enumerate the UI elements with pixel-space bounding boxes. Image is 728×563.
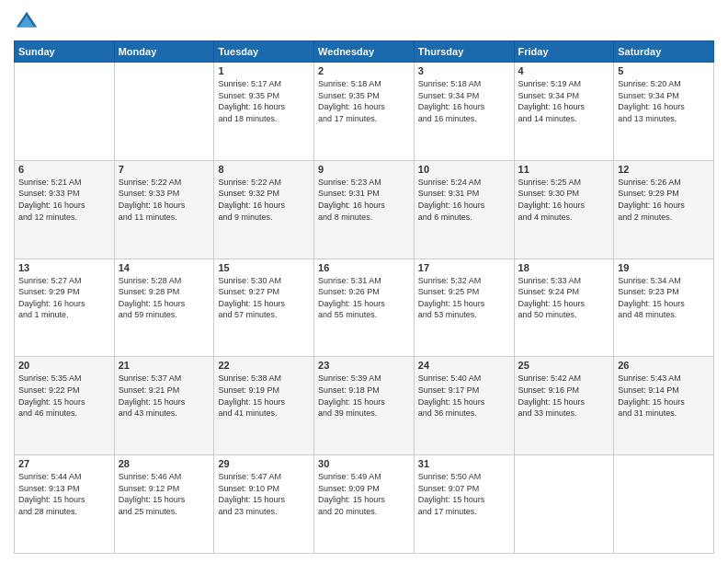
- weekday-header-tuesday: Tuesday: [214, 41, 314, 63]
- day-number: 22: [218, 360, 310, 371]
- calendar-cell: 24Sunrise: 5:40 AM Sunset: 9:17 PM Dayli…: [414, 357, 514, 455]
- calendar-cell: 13Sunrise: 5:27 AM Sunset: 9:29 PM Dayli…: [15, 259, 115, 357]
- calendar-cell: 28Sunrise: 5:46 AM Sunset: 9:12 PM Dayli…: [114, 455, 214, 554]
- cell-text: Sunrise: 5:33 AM Sunset: 9:24 PM Dayligh…: [518, 275, 610, 321]
- cell-text: Sunrise: 5:32 AM Sunset: 9:25 PM Dayligh…: [418, 275, 510, 321]
- day-number: 31: [418, 458, 510, 469]
- day-number: 10: [418, 164, 510, 175]
- cell-text: Sunrise: 5:38 AM Sunset: 9:19 PM Dayligh…: [218, 373, 310, 419]
- weekday-header-wednesday: Wednesday: [314, 41, 415, 63]
- calendar-cell: 21Sunrise: 5:37 AM Sunset: 9:21 PM Dayli…: [114, 357, 214, 455]
- cell-text: Sunrise: 5:18 AM Sunset: 9:35 PM Dayligh…: [318, 78, 410, 124]
- logo: [14, 9, 43, 35]
- cell-text: Sunrise: 5:19 AM Sunset: 9:34 PM Dayligh…: [518, 78, 610, 124]
- cell-text: Sunrise: 5:39 AM Sunset: 9:18 PM Dayligh…: [318, 373, 410, 419]
- calendar-cell: 25Sunrise: 5:42 AM Sunset: 9:16 PM Dayli…: [514, 357, 614, 455]
- day-number: 19: [618, 262, 710, 273]
- calendar-cell: [15, 63, 115, 161]
- cell-text: Sunrise: 5:20 AM Sunset: 9:34 PM Dayligh…: [618, 78, 710, 124]
- cell-text: Sunrise: 5:43 AM Sunset: 9:14 PM Dayligh…: [618, 373, 710, 419]
- day-number: 24: [418, 360, 510, 371]
- day-number: 12: [618, 164, 710, 175]
- calendar-cell: 3Sunrise: 5:18 AM Sunset: 9:34 PM Daylig…: [414, 63, 514, 161]
- calendar-cell: 2Sunrise: 5:18 AM Sunset: 9:35 PM Daylig…: [314, 63, 415, 161]
- cell-text: Sunrise: 5:50 AM Sunset: 9:07 PM Dayligh…: [418, 471, 510, 517]
- cell-text: Sunrise: 5:24 AM Sunset: 9:31 PM Dayligh…: [418, 177, 510, 223]
- calendar-cell: 31Sunrise: 5:50 AM Sunset: 9:07 PM Dayli…: [414, 455, 514, 554]
- day-number: 18: [518, 262, 610, 273]
- cell-text: Sunrise: 5:35 AM Sunset: 9:22 PM Dayligh…: [18, 373, 110, 419]
- calendar-cell: 9Sunrise: 5:23 AM Sunset: 9:31 PM Daylig…: [314, 160, 415, 259]
- calendar-cell: 18Sunrise: 5:33 AM Sunset: 9:24 PM Dayli…: [514, 259, 614, 357]
- day-number: 7: [119, 164, 210, 175]
- calendar-cell: 8Sunrise: 5:22 AM Sunset: 9:32 PM Daylig…: [214, 160, 314, 259]
- day-number: 20: [18, 360, 110, 371]
- day-number: 17: [418, 262, 510, 273]
- calendar-cell: 12Sunrise: 5:26 AM Sunset: 9:29 PM Dayli…: [614, 160, 714, 259]
- day-number: 11: [518, 164, 610, 175]
- cell-text: Sunrise: 5:44 AM Sunset: 9:13 PM Dayligh…: [18, 471, 110, 517]
- weekday-header-thursday: Thursday: [414, 41, 514, 63]
- calendar-cell: 5Sunrise: 5:20 AM Sunset: 9:34 PM Daylig…: [614, 63, 714, 161]
- logo-icon: [14, 9, 40, 35]
- day-number: 23: [318, 360, 410, 371]
- cell-text: Sunrise: 5:31 AM Sunset: 9:26 PM Dayligh…: [318, 275, 410, 321]
- day-number: 5: [618, 65, 710, 76]
- weekday-header-sunday: Sunday: [15, 41, 115, 63]
- weekday-header-monday: Monday: [114, 41, 214, 63]
- day-number: 16: [318, 262, 410, 273]
- calendar-week-0: 1Sunrise: 5:17 AM Sunset: 9:35 PM Daylig…: [15, 63, 714, 161]
- cell-text: Sunrise: 5:49 AM Sunset: 9:09 PM Dayligh…: [318, 471, 410, 517]
- calendar-cell: 4Sunrise: 5:19 AM Sunset: 9:34 PM Daylig…: [514, 63, 614, 161]
- cell-text: Sunrise: 5:47 AM Sunset: 9:10 PM Dayligh…: [218, 471, 310, 517]
- day-number: 6: [18, 164, 110, 175]
- calendar-cell: [614, 455, 714, 554]
- day-number: 13: [18, 262, 110, 273]
- calendar-week-2: 13Sunrise: 5:27 AM Sunset: 9:29 PM Dayli…: [15, 259, 714, 357]
- calendar-cell: 11Sunrise: 5:25 AM Sunset: 9:30 PM Dayli…: [514, 160, 614, 259]
- calendar-week-3: 20Sunrise: 5:35 AM Sunset: 9:22 PM Dayli…: [15, 357, 714, 455]
- calendar-cell: 14Sunrise: 5:28 AM Sunset: 9:28 PM Dayli…: [114, 259, 214, 357]
- day-number: 4: [518, 65, 610, 76]
- calendar-table: SundayMondayTuesdayWednesdayThursdayFrid…: [14, 40, 714, 554]
- header: [14, 9, 714, 35]
- calendar-cell: [514, 455, 614, 554]
- calendar-week-1: 6Sunrise: 5:21 AM Sunset: 9:33 PM Daylig…: [15, 160, 714, 259]
- cell-text: Sunrise: 5:21 AM Sunset: 9:33 PM Dayligh…: [18, 177, 110, 223]
- weekday-header-row: SundayMondayTuesdayWednesdayThursdayFrid…: [15, 41, 714, 63]
- weekday-header-saturday: Saturday: [614, 41, 714, 63]
- cell-text: Sunrise: 5:17 AM Sunset: 9:35 PM Dayligh…: [218, 78, 310, 124]
- calendar-week-4: 27Sunrise: 5:44 AM Sunset: 9:13 PM Dayli…: [15, 455, 714, 554]
- calendar-cell: 16Sunrise: 5:31 AM Sunset: 9:26 PM Dayli…: [314, 259, 415, 357]
- calendar-cell: 10Sunrise: 5:24 AM Sunset: 9:31 PM Dayli…: [414, 160, 514, 259]
- cell-text: Sunrise: 5:30 AM Sunset: 9:27 PM Dayligh…: [218, 275, 310, 321]
- calendar-cell: 7Sunrise: 5:22 AM Sunset: 9:33 PM Daylig…: [114, 160, 214, 259]
- day-number: 9: [318, 164, 410, 175]
- cell-text: Sunrise: 5:22 AM Sunset: 9:32 PM Dayligh…: [218, 177, 310, 223]
- day-number: 30: [318, 458, 410, 469]
- day-number: 27: [18, 458, 110, 469]
- cell-text: Sunrise: 5:28 AM Sunset: 9:28 PM Dayligh…: [119, 275, 210, 321]
- weekday-header-friday: Friday: [514, 41, 614, 63]
- cell-text: Sunrise: 5:23 AM Sunset: 9:31 PM Dayligh…: [318, 177, 410, 223]
- calendar-cell: 15Sunrise: 5:30 AM Sunset: 9:27 PM Dayli…: [214, 259, 314, 357]
- day-number: 14: [119, 262, 210, 273]
- day-number: 3: [418, 65, 510, 76]
- calendar-cell: 1Sunrise: 5:17 AM Sunset: 9:35 PM Daylig…: [214, 63, 314, 161]
- calendar-cell: 23Sunrise: 5:39 AM Sunset: 9:18 PM Dayli…: [314, 357, 415, 455]
- day-number: 28: [119, 458, 210, 469]
- cell-text: Sunrise: 5:27 AM Sunset: 9:29 PM Dayligh…: [18, 275, 110, 321]
- calendar-cell: 27Sunrise: 5:44 AM Sunset: 9:13 PM Dayli…: [15, 455, 115, 554]
- cell-text: Sunrise: 5:40 AM Sunset: 9:17 PM Dayligh…: [418, 373, 510, 419]
- day-number: 26: [618, 360, 710, 371]
- calendar-cell: 26Sunrise: 5:43 AM Sunset: 9:14 PM Dayli…: [614, 357, 714, 455]
- day-number: 15: [218, 262, 310, 273]
- calendar-cell: [114, 63, 214, 161]
- cell-text: Sunrise: 5:25 AM Sunset: 9:30 PM Dayligh…: [518, 177, 610, 223]
- calendar-cell: 17Sunrise: 5:32 AM Sunset: 9:25 PM Dayli…: [414, 259, 514, 357]
- cell-text: Sunrise: 5:46 AM Sunset: 9:12 PM Dayligh…: [119, 471, 210, 517]
- page: SundayMondayTuesdayWednesdayThursdayFrid…: [0, 0, 728, 563]
- cell-text: Sunrise: 5:26 AM Sunset: 9:29 PM Dayligh…: [618, 177, 710, 223]
- calendar-cell: 19Sunrise: 5:34 AM Sunset: 9:23 PM Dayli…: [614, 259, 714, 357]
- cell-text: Sunrise: 5:34 AM Sunset: 9:23 PM Dayligh…: [618, 275, 710, 321]
